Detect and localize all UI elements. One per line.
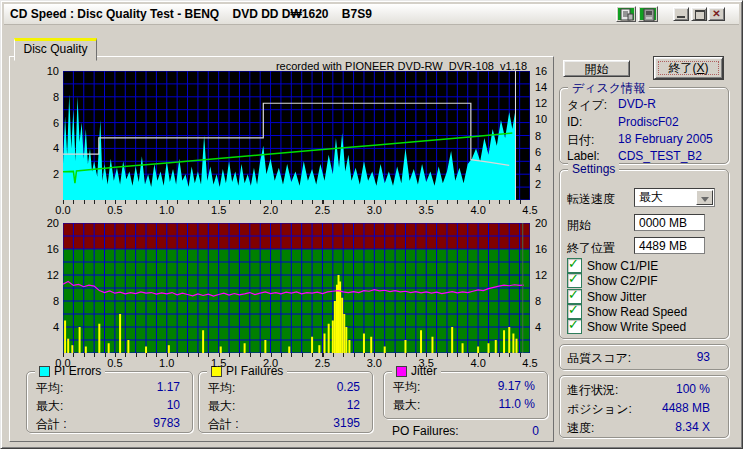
disc-type-value: DVD-R bbox=[618, 97, 656, 111]
stat-row: 最大:12 bbox=[208, 398, 360, 415]
axis-tick-label: 0.0 bbox=[55, 357, 70, 369]
axis-tick-label: 6 bbox=[535, 146, 541, 158]
axis-tick-label: 3.5 bbox=[419, 357, 434, 369]
axis-tick-label: 6 bbox=[31, 117, 59, 129]
stat-row: 平均:9.17 % bbox=[393, 379, 535, 396]
tab-disc-quality[interactable]: Disc Quality bbox=[14, 38, 97, 61]
axis-tick-label: 2 bbox=[535, 178, 541, 190]
disk-drive-icon[interactable] bbox=[638, 6, 658, 22]
maximize-button[interactable] bbox=[691, 7, 707, 21]
tab-label: Disc Quality bbox=[23, 42, 87, 56]
axis-tick-label: 12 bbox=[31, 269, 59, 281]
axis-tick-label: 16 bbox=[535, 243, 547, 255]
app-window: CD Speed : Disc Quality Test - BENQ DVD … bbox=[0, 0, 743, 449]
pi-errors-stats-box: PI Errors 平均:1.17 最大:10 合計 :9783 bbox=[26, 371, 193, 433]
axis-tick-label: 10 bbox=[535, 113, 547, 125]
axis-tick-label: 8 bbox=[535, 295, 541, 307]
axis-tick-label: 20 bbox=[535, 217, 547, 229]
start-button[interactable]: 開始 bbox=[563, 60, 630, 77]
axis-tick-label: 2.5 bbox=[315, 204, 330, 216]
axis-tick-label: 16 bbox=[535, 65, 547, 77]
x-axis-ticks bbox=[63, 353, 530, 357]
axis-tick-label: 3.0 bbox=[367, 357, 382, 369]
quality-score-box: 品質スコア: 93 bbox=[559, 344, 729, 370]
start-position-input[interactable]: 0000 MB bbox=[634, 214, 705, 231]
progress-box: 進行状況: 100 % ポジション: 4488 MB 速度: 8.34 X bbox=[559, 375, 729, 438]
axis-tick-label: 8 bbox=[535, 130, 541, 142]
axis-tick-label: 3.5 bbox=[419, 204, 434, 216]
minimize-icon bbox=[677, 16, 685, 18]
axis-tick-label: 4 bbox=[535, 321, 541, 333]
checkmark-icon: ✓ bbox=[568, 271, 579, 286]
axis-tick-label: 4.5 bbox=[522, 357, 537, 369]
exit-button[interactable]: 終了(X) bbox=[654, 57, 723, 79]
checkmark-icon: ✓ bbox=[568, 256, 579, 271]
stat-row: 平均:0.25 bbox=[208, 380, 360, 397]
transfer-speed-combobox[interactable]: 最大 bbox=[634, 188, 715, 207]
close-icon: ✕ bbox=[712, 8, 720, 19]
speed-value: 8.34 X bbox=[675, 420, 710, 434]
pi-failures-jitter-chart bbox=[63, 223, 530, 353]
axis-tick-label: 0.5 bbox=[107, 204, 122, 216]
settings-title: Settings bbox=[568, 162, 619, 176]
checkbox-show-read-speed[interactable]: ✓Show Read Speed bbox=[567, 304, 687, 319]
maximize-icon bbox=[695, 10, 705, 20]
axis-tick-label: 2.5 bbox=[315, 357, 330, 369]
pi-errors-swatch bbox=[39, 366, 50, 377]
axis-tick-label: 12 bbox=[535, 97, 547, 109]
stat-row: 最大:11.0 % bbox=[393, 397, 535, 414]
axis-tick-label: 2 bbox=[31, 168, 59, 180]
chevron-down-icon bbox=[701, 197, 709, 206]
axis-tick-label: 2.0 bbox=[263, 357, 278, 369]
progress-percent-value: 100 % bbox=[676, 382, 710, 396]
settings-group: Settings 転送速度 最大 開始 0000 MB 終了位置 4489 MB… bbox=[559, 169, 729, 339]
axis-tick-label: 2.0 bbox=[263, 204, 278, 216]
end-position-input[interactable]: 4489 MB bbox=[634, 237, 705, 254]
disc-info-group: ディスク情報 タイプ: DVD-R ID: ProdiscF02 日付: 18 … bbox=[559, 87, 729, 164]
pi-errors-chart bbox=[63, 71, 530, 200]
checkbox-show-c2-pif[interactable]: ✓Show C2/PIF bbox=[567, 273, 658, 288]
axis-tick-label: 0.5 bbox=[107, 357, 122, 369]
axis-tick-label: 8 bbox=[31, 91, 59, 103]
axis-tick-label: 12 bbox=[535, 269, 547, 281]
combobox-dropdown-button[interactable] bbox=[696, 190, 713, 205]
report-document-icon[interactable] bbox=[616, 6, 636, 22]
disc-label-value: CDS_TEST_B2 bbox=[618, 149, 702, 163]
disc-info-title: ディスク情報 bbox=[568, 80, 649, 97]
axis-tick-label: 3.0 bbox=[367, 204, 382, 216]
checkbox-box: ✓ bbox=[567, 273, 582, 288]
checkbox-show-write-speed[interactable]: ✓Show Write Speed bbox=[567, 319, 686, 334]
axis-tick-label: 1.5 bbox=[211, 357, 226, 369]
window-title: CD Speed : Disc Quality Test - BENQ DVD … bbox=[10, 7, 372, 21]
stat-row: 平均:1.17 bbox=[36, 380, 180, 397]
axis-tick-label: 4.0 bbox=[470, 204, 485, 216]
axis-tick-label: 16 bbox=[31, 243, 59, 255]
jitter-swatch bbox=[396, 366, 407, 377]
axis-tick-label: 0.0 bbox=[55, 204, 70, 216]
axis-tick-label: 1.0 bbox=[159, 204, 174, 216]
axis-tick-label: 4 bbox=[31, 142, 59, 154]
titlebar: CD Speed : Disc Quality Test - BENQ DVD … bbox=[4, 4, 739, 25]
checkbox-show-c1-pie[interactable]: ✓Show C1/PIE bbox=[567, 258, 658, 273]
report-document-glyph bbox=[618, 8, 634, 20]
axis-tick-label: 4 bbox=[31, 321, 59, 333]
axis-tick-label: 8 bbox=[31, 295, 59, 307]
minimize-button[interactable] bbox=[673, 7, 689, 21]
axis-tick-label: 4.5 bbox=[522, 204, 537, 216]
quality-score-value: 93 bbox=[697, 350, 710, 364]
axis-tick-label: 4 bbox=[535, 162, 541, 174]
disc-id-value: ProdiscF02 bbox=[618, 115, 679, 129]
axis-tick-label: 14 bbox=[535, 81, 547, 93]
axis-tick-label: 4.0 bbox=[470, 357, 485, 369]
close-button[interactable]: ✕ bbox=[708, 7, 725, 21]
jitter-stats-box: Jitter 平均:9.17 % 最大:11.0 % bbox=[383, 371, 548, 419]
disc-date-value: 18 February 2005 bbox=[618, 132, 713, 146]
stat-row: 合計 :3195 bbox=[208, 416, 360, 433]
axis-tick-label: 1.5 bbox=[211, 204, 226, 216]
checkmark-icon: ✓ bbox=[568, 317, 579, 332]
x-axis-ticks bbox=[63, 200, 530, 204]
disk-drive-glyph bbox=[640, 8, 656, 20]
axis-tick-label: 1.0 bbox=[159, 357, 174, 369]
stat-row: 最大:10 bbox=[36, 398, 180, 415]
position-value: 4488 MB bbox=[662, 401, 710, 415]
